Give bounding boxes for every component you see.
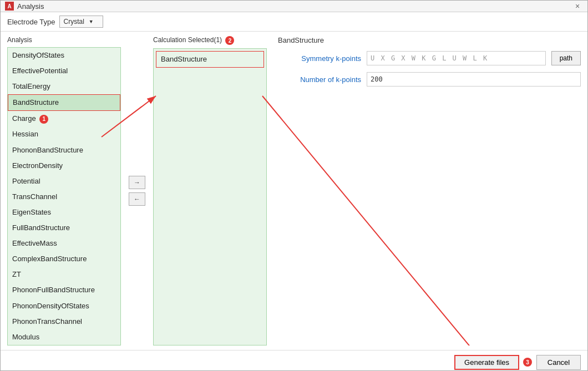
- path-button[interactable]: path: [551, 51, 581, 65]
- list-item[interactable]: FullBandStructure: [8, 220, 120, 236]
- annotation-3: 3: [523, 358, 532, 367]
- app-icon: A: [5, 2, 14, 11]
- list-item[interactable]: ComplexBandStructure: [8, 251, 120, 267]
- generate-files-button[interactable]: Generate files: [454, 355, 519, 370]
- list-item[interactable]: Potential: [8, 174, 120, 189]
- list-item[interactable]: ZT: [8, 267, 120, 282]
- list-item[interactable]: TotalEnergy: [8, 79, 120, 94]
- list-item[interactable]: EffectivePotential: [8, 63, 120, 79]
- list-item-charge[interactable]: Charge 1: [8, 111, 120, 126]
- close-button[interactable]: ×: [572, 1, 583, 12]
- list-item[interactable]: PhononDensityOfStates: [8, 298, 120, 314]
- cancel-button[interactable]: Cancel: [536, 355, 581, 370]
- remove-from-calc-button[interactable]: ←: [129, 192, 145, 206]
- analysis-panel-label: Analysis: [7, 36, 121, 44]
- calc-panel-label: Calculation Selected(1) 2: [153, 36, 267, 45]
- content-area: Analysis DensityOfStates EffectivePotent…: [1, 32, 587, 350]
- list-item[interactable]: EigenStates: [8, 205, 120, 220]
- chevron-down-icon: ▼: [89, 19, 94, 24]
- list-item[interactable]: PhononBandStructure: [8, 143, 120, 158]
- calc-list: BandStructure: [153, 48, 267, 345]
- analysis-list: DensityOfStates EffectivePotential Total…: [7, 47, 121, 345]
- list-item[interactable]: DensityOfStates: [8, 48, 120, 63]
- electrode-type-label: Electrode Type: [7, 18, 55, 26]
- electrode-type-select[interactable]: Crystal ▼: [59, 16, 103, 28]
- symmetry-row: Symmetry k-points path: [278, 51, 581, 65]
- symmetry-kpoints-input[interactable]: [367, 51, 546, 65]
- main-window: A Analysis × Electrode Type Crystal ▼ An…: [0, 0, 588, 371]
- params-grid: Symmetry k-points path Number of k-point…: [278, 49, 581, 87]
- list-item-bandstructure[interactable]: BandStructure: [8, 94, 120, 111]
- toolbar: Electrode Type Crystal ▼: [1, 12, 587, 32]
- window-title: Analysis: [17, 2, 44, 11]
- analysis-panel: Analysis DensityOfStates EffectivePotent…: [7, 36, 121, 345]
- right-panel-wrapper: BandStructure Symmetry k-points path Num…: [272, 36, 581, 345]
- list-item[interactable]: Hessian: [8, 126, 120, 142]
- list-item[interactable]: TransChannel: [8, 189, 120, 205]
- right-panel-title: BandStructure: [278, 36, 581, 44]
- kpoints-label: Number of k-points: [278, 75, 361, 84]
- list-item[interactable]: Modulus: [8, 329, 120, 345]
- main-row: Analysis DensityOfStates EffectivePotent…: [7, 36, 581, 345]
- kpoints-input[interactable]: [367, 72, 581, 87]
- charge-label: Charge: [12, 114, 36, 123]
- calc-list-item-bandstructure[interactable]: BandStructure: [156, 51, 264, 68]
- kpoints-row: Number of k-points: [278, 72, 581, 87]
- annotation-1: 1: [39, 115, 48, 124]
- list-item[interactable]: PhononFullBandStructure: [8, 282, 120, 298]
- title-bar: A Analysis ×: [1, 1, 587, 12]
- list-item[interactable]: PhononTransChannel: [8, 314, 120, 329]
- annotation-2: 2: [225, 36, 234, 45]
- list-item[interactable]: EffectiveMass: [8, 236, 120, 251]
- footer: Generate files 3 Cancel: [1, 350, 587, 371]
- arrow-buttons: → ←: [126, 176, 148, 206]
- list-item[interactable]: ElectronDensity: [8, 158, 120, 174]
- right-panel: BandStructure Symmetry k-points path Num…: [278, 36, 581, 345]
- add-to-calc-button[interactable]: →: [129, 176, 145, 189]
- symmetry-kpoints-label: Symmetry k-points: [278, 54, 361, 63]
- calc-panel: Calculation Selected(1) 2 BandStructure: [153, 36, 267, 345]
